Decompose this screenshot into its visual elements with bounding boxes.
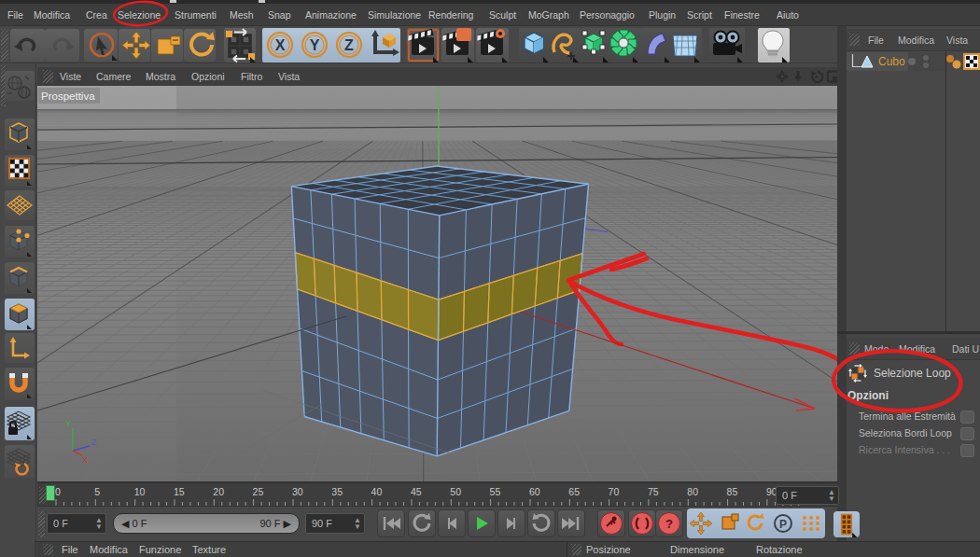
svg-text:5: 5 [94, 486, 100, 497]
svg-text:Z: Z [91, 438, 97, 447]
svg-text:85: 85 [727, 486, 738, 497]
svg-text:10: 10 [134, 486, 146, 497]
svg-text:45: 45 [411, 486, 422, 497]
svg-text:60: 60 [529, 486, 540, 497]
svg-text:X: X [82, 455, 88, 465]
svg-text:25: 25 [253, 486, 264, 497]
svg-text:0: 0 [55, 486, 61, 497]
svg-text:Y: Y [310, 37, 320, 53]
svg-text:40: 40 [371, 486, 383, 497]
svg-text:Y: Y [65, 419, 71, 428]
svg-text:X: X [275, 37, 286, 53]
svg-text:55: 55 [490, 486, 501, 497]
svg-text:50: 50 [450, 486, 461, 497]
svg-text:15: 15 [174, 486, 185, 497]
svg-text:80: 80 [687, 486, 698, 497]
svg-text:35: 35 [331, 486, 343, 497]
svg-text:30: 30 [292, 486, 303, 497]
svg-text:20: 20 [213, 486, 224, 497]
svg-text:75: 75 [648, 486, 659, 497]
svg-text:Z: Z [344, 37, 354, 53]
svg-text:P: P [779, 518, 787, 531]
svg-text:65: 65 [568, 486, 580, 497]
svg-text:?: ? [665, 517, 673, 531]
svg-text:70: 70 [609, 486, 620, 497]
svg-text:Prospettiva: Prospettiva [41, 91, 95, 102]
